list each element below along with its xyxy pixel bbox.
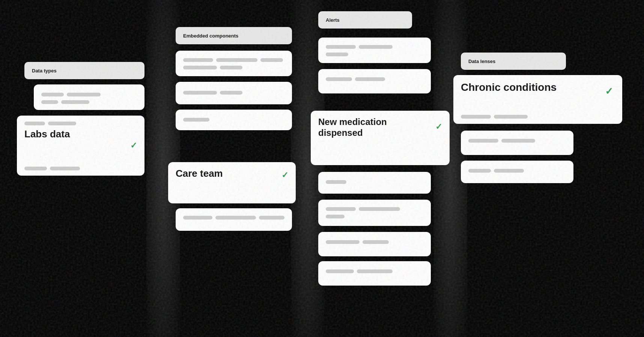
col2-header-card: Embedded components <box>176 27 292 44</box>
pill <box>357 269 393 273</box>
col4-placeholder-2 <box>461 161 573 183</box>
pill <box>41 93 64 96</box>
col3-placeholder-1 <box>318 38 431 63</box>
col2-placeholder-4 <box>176 208 292 231</box>
pill <box>326 240 360 244</box>
col4-header-label: Data lenses <box>468 59 495 64</box>
pill <box>259 216 284 220</box>
col4-featured-card[interactable]: Chronic conditions ✓ <box>453 75 622 124</box>
col1-header-label: Data types <box>32 68 57 74</box>
col4-header-card: Data lenses <box>461 53 566 70</box>
col2-placeholder-3 <box>176 110 292 130</box>
col2-check-icon: ✓ <box>281 170 288 180</box>
col3-featured-title: New medication dispensed <box>318 117 420 138</box>
pill <box>363 240 389 244</box>
pill <box>183 66 217 69</box>
col4-featured-title: Chronic conditions <box>461 81 557 93</box>
pill <box>48 122 76 125</box>
pill <box>41 100 58 104</box>
pill <box>220 91 242 95</box>
col3-check-icon: ✓ <box>435 122 442 132</box>
col2-featured-title: Care team <box>176 168 223 179</box>
col1-featured-card[interactable]: Labs data ✓ <box>17 116 144 176</box>
pill <box>326 215 345 218</box>
col1-header-card: Data types <box>24 62 144 79</box>
col3-header-label: Alerts <box>326 17 340 23</box>
pill <box>359 207 400 211</box>
col2-placeholder-2 <box>176 82 292 104</box>
pill <box>24 167 47 170</box>
pill <box>326 269 354 273</box>
pill <box>183 91 217 95</box>
pill <box>183 118 209 122</box>
col3-placeholder-3 <box>318 172 431 194</box>
pill <box>61 100 89 104</box>
pill <box>67 93 101 96</box>
pill <box>468 139 498 143</box>
pill <box>326 207 356 211</box>
pill <box>501 139 535 143</box>
pill <box>220 66 242 69</box>
col2-placeholder-1 <box>176 51 292 76</box>
pill <box>326 77 352 81</box>
col3-placeholder-4 <box>318 200 431 226</box>
pill <box>326 45 356 49</box>
col2-featured-card[interactable]: Care team ✓ <box>168 162 296 203</box>
col3-placeholder-2 <box>318 69 431 93</box>
pill <box>494 115 528 119</box>
pill <box>50 167 80 170</box>
pill <box>215 216 256 220</box>
col3-featured-card[interactable]: New medication dispensed ✓ <box>311 111 450 165</box>
pill <box>461 115 491 119</box>
pill <box>468 169 491 173</box>
col3-placeholder-5 <box>318 232 431 256</box>
pill <box>216 58 257 62</box>
col1-placeholder-1 <box>34 84 144 110</box>
pill <box>260 58 283 62</box>
pill <box>355 77 385 81</box>
col4-check-icon: ✓ <box>605 86 613 97</box>
col4-placeholder-1 <box>461 131 573 155</box>
col1-check-icon: ✓ <box>130 141 137 150</box>
col3-header-card: Alerts <box>318 11 412 29</box>
pill <box>494 169 524 173</box>
pill <box>326 180 346 184</box>
pill <box>183 58 213 62</box>
main-scene: Data types Labs data ✓ Embedded componen… <box>0 0 644 337</box>
pill <box>359 45 393 49</box>
pill <box>326 53 348 56</box>
col1-featured-title: Labs data <box>24 128 70 140</box>
col3-placeholder-6 <box>318 261 431 286</box>
pill <box>24 122 45 125</box>
col2-header-label: Embedded components <box>183 33 238 39</box>
pill <box>183 216 212 220</box>
